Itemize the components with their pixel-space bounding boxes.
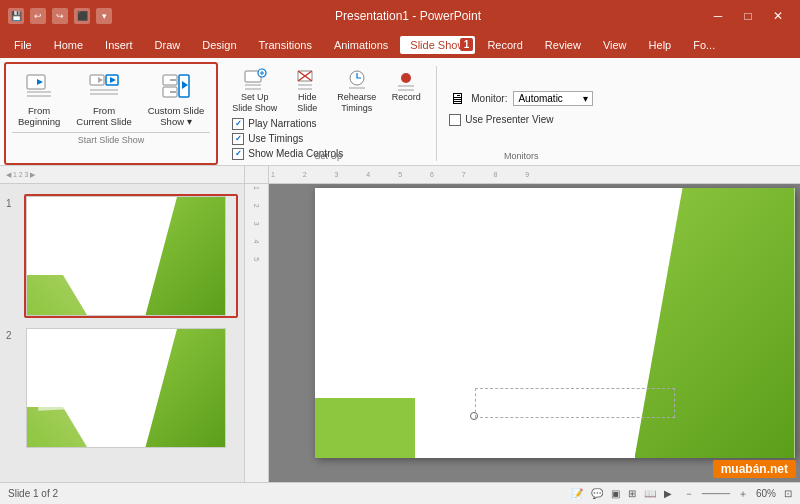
statusbar: Slide 1 of 2 📝 💬 ▣ ⊞ 📖 ▶ － ──── ＋ 60% ⊡ [0,482,800,504]
custom-slideshow-icon [160,71,192,103]
svg-rect-30 [398,85,414,87]
setup-slideshow-button[interactable]: Set UpSlide Show [228,66,281,116]
setup-slideshow-label: Set UpSlide Show [232,92,277,114]
menu-view[interactable]: View [593,36,637,54]
slideshow-icon[interactable]: ▶ [664,488,672,499]
reading-view-icon[interactable]: 📖 [644,488,656,499]
record-label: Record [392,92,421,103]
slide-sorter-icon[interactable]: ⊞ [628,488,636,499]
separator [436,66,437,161]
from-current-label: FromCurrent Slide [76,105,131,128]
monitor-label: Monitor: [471,93,507,104]
menu-record[interactable]: Record [477,36,532,54]
slide-deco-right-1 [145,197,225,316]
presenter-view-checkbox[interactable] [449,114,461,126]
ruler-corner [245,166,269,184]
svg-rect-17 [245,84,261,86]
undo-icon[interactable]: ↩ [30,8,46,24]
minimize-button[interactable]: ─ [704,6,732,26]
rehearse-button[interactable]: RehearseTimings [333,66,380,116]
start-slideshow-group-label: Start Slide Show [12,132,210,147]
zoom-in-icon[interactable]: ＋ [738,487,748,501]
monitor-dropdown[interactable]: Automatic ▾ [513,91,593,106]
rehearse-label: RehearseTimings [337,92,376,114]
presenter-view-row: Use Presenter View [449,114,593,126]
svg-rect-3 [27,95,51,97]
menu-more[interactable]: Fo... [683,36,725,54]
menu-draw[interactable]: Draw [145,36,191,54]
from-beginning-button[interactable]: FromBeginning [12,67,66,132]
slide-thumb-2[interactable]: 2 [6,326,238,450]
save-icon[interactable]: 💾 [8,8,24,24]
close-button[interactable]: ✕ [764,6,792,26]
monitor-row: 🖥 Monitor: Automatic ▾ [449,90,593,108]
main-slide-deco-bottom [315,398,415,458]
menubar: File Home Insert Draw Design Transitions… [0,32,800,58]
ruler-vertical: 1 2 3 4 5 [245,184,269,482]
svg-rect-11 [170,79,176,81]
slide-deco-right-2 [145,329,225,448]
menu-insert[interactable]: Insert [95,36,143,54]
menu-slideshow[interactable]: Slide Show 1 [400,36,475,54]
hide-slide-button[interactable]: HideSlide [285,66,329,116]
fit-icon[interactable]: ⊡ [784,488,792,499]
ribbon: FromBeginning FromCurrent Slide [0,58,800,166]
redo-icon[interactable]: ↪ [52,8,68,24]
menu-animations[interactable]: Animations [324,36,398,54]
titlebar: 💾 ↩ ↪ ⬛ ▾ Presentation1 - PowerPoint ─ □… [0,0,800,32]
quick-access-icon[interactable]: ⬛ [74,8,90,24]
svg-rect-31 [398,89,414,91]
menu-home[interactable]: Home [44,36,93,54]
comments-icon[interactable]: 💬 [591,488,603,499]
dropdown-chevron-icon: ▾ [583,93,588,104]
slide-image-1[interactable] [24,194,238,318]
maximize-button[interactable]: □ [734,6,762,26]
slide-image-2[interactable] [24,326,238,450]
use-timings-label: Use Timings [248,133,303,144]
notes-icon[interactable]: 📝 [571,488,583,499]
svg-rect-13 [170,91,176,93]
svg-rect-25 [298,84,312,86]
slide-thumb-1[interactable]: 1 [6,194,238,318]
setup-slideshow-icon [243,68,267,92]
zoom-slider[interactable]: ──── [702,488,730,499]
svg-rect-8 [90,89,118,91]
text-placeholder[interactable] [475,388,675,418]
custom-slideshow-label: Custom SlideShow ▾ [148,105,205,128]
use-timings-row: Use Timings [232,133,428,145]
canvas-area[interactable]: muabán.net [269,184,800,482]
svg-rect-26 [298,88,312,90]
ruler-horizontal: 1 2 3 4 5 6 7 8 9 [269,166,800,184]
svg-rect-18 [245,88,261,90]
menu-file[interactable]: File [4,36,42,54]
custom-slideshow-button[interactable]: Custom SlideShow ▾ [142,67,211,132]
slide-number-2: 2 [6,326,18,341]
from-current-button[interactable]: FromCurrent Slide [70,67,137,132]
from-beginning-label: FromBeginning [18,105,60,128]
svg-rect-2 [27,91,51,93]
canvas-wrapper: 1 2 3 4 5 muabán.net [245,184,800,482]
menu-review[interactable]: Review [535,36,591,54]
from-beginning-icon [23,71,55,103]
dropdown-icon[interactable]: ▾ [96,8,112,24]
slide-deco-bottom-2 [27,407,87,447]
zoom-out-icon[interactable]: － [684,487,694,501]
presenter-view-label: Use Presenter View [465,114,553,125]
menu-design[interactable]: Design [192,36,246,54]
monitors-group: 🖥 Monitor: Automatic ▾ Use Presenter Vie… [441,62,601,165]
hide-slide-label: HideSlide [297,92,317,114]
record-button[interactable]: Record [384,66,428,105]
menu-help[interactable]: Help [639,36,682,54]
rehearse-icon [345,68,369,92]
play-narrations-checkbox[interactable] [232,118,244,130]
svg-point-29 [401,73,411,83]
zoom-level: 60% [756,488,776,499]
setup-group-label: Set Up [224,149,432,163]
use-timings-checkbox[interactable] [232,133,244,145]
normal-view-icon[interactable]: ▣ [611,488,620,499]
slide-count: Slide 1 of 2 [8,488,58,499]
record-icon [394,68,418,92]
menu-transitions[interactable]: Transitions [249,36,322,54]
slide-deco-paper-1 [45,203,140,271]
titlebar-controls: ─ □ ✕ [704,6,792,26]
